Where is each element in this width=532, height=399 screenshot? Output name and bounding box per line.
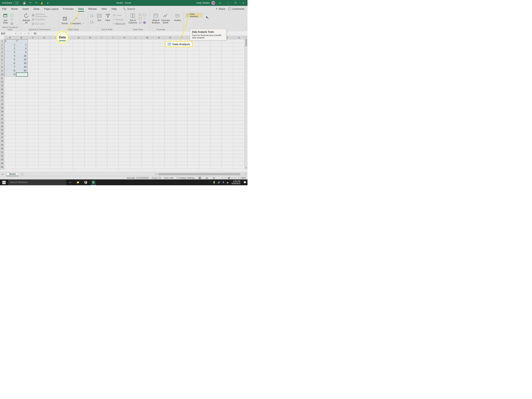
cell[interactable] (130, 121, 142, 124)
cell[interactable] (107, 135, 119, 139)
cell[interactable] (50, 99, 62, 102)
stocks-button[interactable]: Stocks (60, 16, 69, 25)
cell[interactable]: 4 (4, 54, 16, 58)
cell[interactable] (165, 135, 176, 139)
cell[interactable] (142, 121, 153, 124)
cell[interactable] (119, 124, 130, 128)
cell[interactable] (96, 51, 108, 54)
cell[interactable]: 2 (4, 47, 16, 51)
cell[interactable] (199, 121, 210, 124)
cell[interactable] (165, 73, 176, 76)
cell[interactable] (16, 76, 27, 80)
cell[interactable] (62, 91, 73, 95)
excel-icon[interactable]: X (89, 180, 97, 185)
redo-icon[interactable]: ↷ (34, 1, 38, 5)
cell[interactable] (176, 102, 188, 106)
row-header[interactable]: 3 (0, 47, 4, 51)
cell[interactable] (38, 51, 50, 54)
cell[interactable] (130, 95, 142, 99)
cell[interactable] (165, 117, 176, 121)
cell[interactable] (199, 54, 210, 58)
row-header[interactable]: 13 (0, 84, 4, 87)
sort-desc-icon[interactable]: ZA (89, 19, 95, 25)
cell[interactable] (233, 150, 245, 154)
cell[interactable] (50, 150, 62, 154)
cell[interactable] (119, 58, 130, 62)
cell[interactable] (142, 139, 153, 143)
cell[interactable] (130, 161, 142, 165)
cell[interactable] (16, 121, 27, 124)
cell[interactable] (176, 154, 188, 158)
cell[interactable] (199, 132, 210, 135)
cell[interactable] (27, 84, 39, 87)
row-header[interactable]: 2 (0, 43, 4, 47)
cell[interactable] (119, 165, 130, 169)
row-header[interactable]: 17 (0, 99, 4, 102)
cell[interactable] (107, 51, 119, 54)
cell[interactable] (62, 154, 73, 158)
cell[interactable] (210, 165, 222, 169)
cell[interactable] (210, 158, 222, 161)
cell[interactable] (27, 117, 39, 121)
cell[interactable] (96, 165, 108, 169)
cell[interactable] (199, 91, 210, 95)
cell[interactable] (176, 139, 188, 143)
cell[interactable] (176, 69, 188, 73)
comments-button[interactable]: 💬Comments (228, 7, 244, 10)
cell[interactable] (210, 91, 222, 95)
cell[interactable] (38, 161, 50, 165)
data-analysis-button[interactable]: Data Analysis (186, 13, 202, 17)
cell[interactable] (210, 121, 222, 124)
cell[interactable] (38, 102, 50, 106)
cell[interactable] (233, 65, 245, 69)
cell[interactable] (4, 124, 16, 128)
cell[interactable] (119, 43, 130, 47)
cell[interactable] (4, 84, 16, 87)
cell[interactable] (199, 73, 210, 76)
cell[interactable] (16, 124, 27, 128)
cell[interactable] (130, 113, 142, 117)
row-header[interactable]: 15 (0, 91, 4, 95)
cell[interactable] (199, 147, 210, 150)
cell[interactable] (188, 76, 199, 80)
cell[interactable] (165, 54, 176, 58)
cell[interactable] (130, 128, 142, 132)
cell[interactable] (153, 150, 165, 154)
cell[interactable] (84, 154, 96, 158)
cell[interactable] (84, 65, 96, 69)
cell[interactable] (96, 106, 108, 110)
cell[interactable] (38, 158, 50, 161)
cell[interactable] (176, 169, 188, 170)
cell[interactable] (153, 87, 165, 91)
cell[interactable] (176, 165, 188, 169)
cell[interactable] (16, 113, 27, 117)
cell[interactable] (153, 106, 165, 110)
cell[interactable] (38, 62, 50, 65)
cell[interactable] (84, 113, 96, 117)
cell[interactable] (84, 169, 96, 170)
row-header[interactable]: 30 (0, 147, 4, 150)
cell[interactable] (176, 65, 188, 69)
cell[interactable] (199, 102, 210, 106)
cell[interactable] (73, 117, 84, 121)
tab-file[interactable]: File (0, 6, 9, 12)
cell[interactable] (176, 51, 188, 54)
cell[interactable] (84, 121, 96, 124)
cell[interactable] (176, 113, 188, 117)
cell[interactable] (153, 135, 165, 139)
cell[interactable] (119, 132, 130, 135)
cell[interactable] (107, 84, 119, 87)
cell[interactable] (210, 47, 222, 51)
cell[interactable] (233, 80, 245, 84)
cell[interactable] (73, 62, 84, 65)
cell[interactable] (27, 106, 39, 110)
col-header[interactable]: K (119, 36, 130, 39)
cell[interactable] (210, 76, 222, 80)
cell[interactable] (222, 91, 233, 95)
cell[interactable] (27, 124, 39, 128)
cell[interactable] (176, 99, 188, 102)
zoom-slider[interactable] (221, 178, 237, 178)
cell[interactable] (165, 158, 176, 161)
row-header[interactable]: 25 (0, 128, 4, 132)
cell[interactable] (130, 39, 142, 43)
